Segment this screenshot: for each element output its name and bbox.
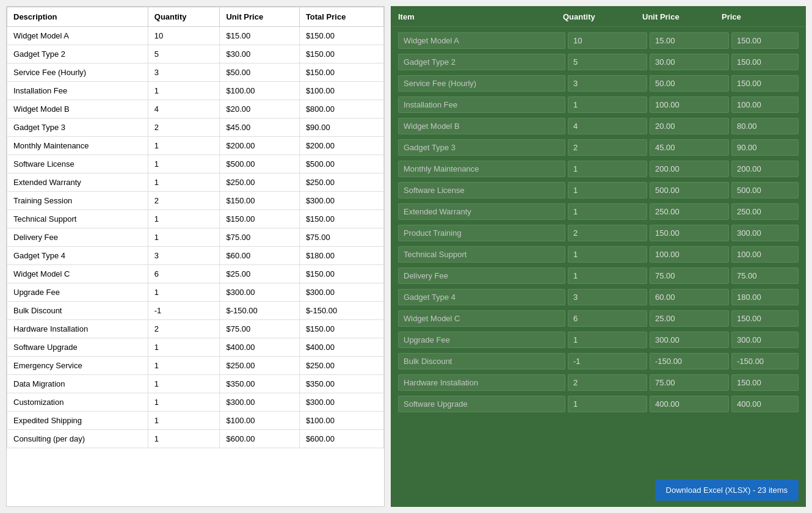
quantity-input[interactable] [568,118,647,134]
list-item [391,308,806,329]
quantity-input[interactable] [568,267,647,284]
unit-price-input[interactable] [650,118,729,134]
quantity-input[interactable] [568,139,647,156]
quantity-input[interactable] [568,396,647,412]
table-row: Software License1$500.00$500.00 [7,155,384,173]
list-item [391,373,806,393]
unit-price-input[interactable] [650,374,729,391]
table-row: Upgrade Fee1$300.00$300.00 [7,283,384,302]
price-input[interactable] [731,246,799,263]
item-input[interactable] [398,289,565,305]
quantity-input[interactable] [568,161,647,177]
unit-price-input[interactable] [650,246,729,263]
unit-price-input[interactable] [650,161,729,177]
quantity-input[interactable] [568,203,647,220]
item-input[interactable] [398,96,565,113]
quantity-input[interactable] [568,374,647,391]
item-input[interactable] [398,32,565,49]
item-input[interactable] [398,225,565,241]
item-input[interactable] [398,310,565,327]
table-row: Customization1$300.00$300.00 [7,393,384,412]
list-item [391,52,806,72]
price-input[interactable] [731,396,799,412]
unit-price-input[interactable] [650,289,729,305]
quantity-input[interactable] [568,310,647,327]
price-input[interactable] [731,310,799,327]
unit-price-input[interactable] [650,225,729,241]
item-input[interactable] [398,374,565,391]
list-item [391,244,806,264]
table-row: Monthly Maintenance1$200.00$200.00 [7,137,384,155]
item-input[interactable] [398,203,565,220]
list-item [391,180,806,200]
quantity-input[interactable] [568,225,647,241]
table-row: Widget Model B4$20.00$800.00 [7,100,384,118]
price-input[interactable] [731,118,799,134]
quantity-input[interactable] [568,96,647,113]
quantity-input[interactable] [568,32,647,49]
unit-price-input[interactable] [650,396,729,412]
list-item [391,95,806,115]
item-input[interactable] [398,118,565,134]
unit-price-input[interactable] [650,267,729,284]
table-row: Data Migration1$350.00$350.00 [7,375,384,393]
price-input[interactable] [731,96,799,113]
table-row: Gadget Type 25$30.00$150.00 [7,45,384,64]
right-body[interactable] [391,27,806,473]
list-item [391,73,806,93]
item-input[interactable] [398,267,565,284]
item-input[interactable] [398,353,565,369]
price-input[interactable] [731,267,799,284]
item-input[interactable] [398,54,565,70]
item-input[interactable] [398,139,565,156]
list-item [391,202,806,222]
price-input[interactable] [731,225,799,241]
price-input[interactable] [731,32,799,49]
unit-price-input[interactable] [650,75,729,92]
item-input[interactable] [398,246,565,263]
price-input[interactable] [731,182,799,198]
left-table: Description Quantity Unit Price Total Pr… [7,7,384,448]
right-footer: Download Excel (XLSX) - 23 items [391,473,806,507]
quantity-input[interactable] [568,182,647,198]
scrollbar-placeholder [789,12,799,21]
price-input[interactable] [731,203,799,220]
right-col-item: Item [398,12,563,21]
price-input[interactable] [731,161,799,177]
item-input[interactable] [398,396,565,412]
item-input[interactable] [398,161,565,177]
unit-price-input[interactable] [650,96,729,113]
unit-price-input[interactable] [650,54,729,70]
quantity-input[interactable] [568,353,647,369]
table-row: Installation Fee1$100.00$100.00 [7,82,384,100]
list-item [391,159,806,179]
item-input[interactable] [398,182,565,198]
unit-price-input[interactable] [650,310,729,327]
unit-price-input[interactable] [650,353,729,369]
quantity-input[interactable] [568,332,647,348]
unit-price-input[interactable] [650,182,729,198]
price-input[interactable] [731,289,799,305]
unit-price-input[interactable] [650,139,729,156]
quantity-input[interactable] [568,54,647,70]
price-input[interactable] [731,374,799,391]
unit-price-input[interactable] [650,32,729,49]
price-input[interactable] [731,139,799,156]
list-item [391,137,806,158]
item-input[interactable] [398,75,565,92]
price-input[interactable] [731,75,799,92]
download-button[interactable]: Download Excel (XLSX) - 23 items [655,479,799,501]
quantity-input[interactable] [568,246,647,263]
unit-price-input[interactable] [650,203,729,220]
quantity-input[interactable] [568,75,647,92]
table-row: Gadget Type 32$45.00$90.00 [7,118,384,137]
right-col-quantity: Quantity [563,12,642,21]
quantity-input[interactable] [568,289,647,305]
price-input[interactable] [731,332,799,348]
table-row: Consulting (per day)1$600.00$600.00 [7,430,384,448]
price-input[interactable] [731,353,799,369]
price-input[interactable] [731,54,799,70]
unit-price-input[interactable] [650,332,729,348]
list-item [391,287,806,307]
item-input[interactable] [398,332,565,348]
